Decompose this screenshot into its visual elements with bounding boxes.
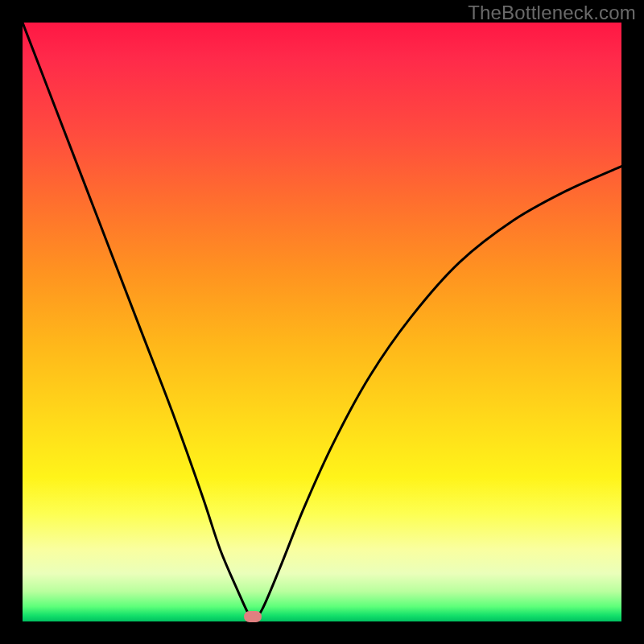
chart-frame: TheBottleneck.com: [0, 0, 644, 644]
watermark-text: TheBottleneck.com: [468, 2, 636, 24]
plot-area: [23, 23, 621, 621]
trough-marker: [244, 611, 262, 622]
bottleneck-curve: [23, 23, 621, 621]
